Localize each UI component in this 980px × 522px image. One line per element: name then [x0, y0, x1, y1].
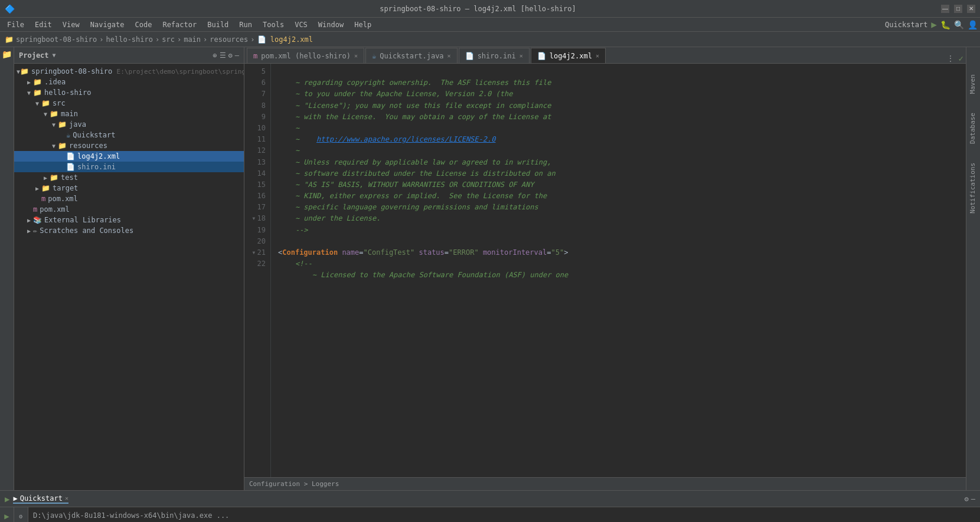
tree-pom-hello[interactable]: m pom.xml — [14, 193, 244, 204]
window-title: springboot-08-shiro – log4j2.xml [hello-… — [380, 5, 576, 13]
code-comment-15: ~ KIND, either express or implied. See t… — [278, 192, 547, 200]
breadcrumb-part-3[interactable]: main — [184, 35, 201, 44]
fold-arrow-21[interactable]: ▾ — [251, 247, 256, 258]
tree-label-pom-root: pom.xml — [40, 205, 70, 214]
locate-icon[interactable]: ⊕ — [213, 51, 217, 60]
tree-external-libs[interactable]: ▶ 📚 External Libraries — [14, 215, 244, 225]
menu-bar: File Edit View Navigate Code Refactor Bu… — [0, 18, 980, 32]
tab-close-quickstart[interactable]: ✕ — [447, 52, 451, 59]
menu-help[interactable]: Help — [349, 19, 376, 30]
menu-window[interactable]: Window — [313, 19, 348, 30]
code-comment-5: ~ regarding copyright ownership. The ASF… — [278, 78, 551, 87]
tree-arrow-main: ▼ — [41, 111, 50, 117]
settings-icon[interactable]: ⚙ — [228, 51, 233, 60]
database-tab[interactable]: Database — [966, 109, 980, 147]
debug-button[interactable]: 🐛 — [940, 20, 950, 29]
project-view-icon[interactable]: 📁 — [1, 50, 13, 61]
menu-run[interactable]: Run — [234, 19, 257, 30]
dropdown-arrow-icon[interactable]: ▼ — [53, 52, 56, 58]
menu-vcs[interactable]: VCS — [290, 19, 312, 30]
project-tree: ▼ 📁 springboot-08-shiro E:\project\demo\… — [14, 64, 244, 490]
tree-test[interactable]: ▶ 📁 test — [14, 172, 244, 183]
search-button[interactable]: 🔍 — [954, 20, 964, 29]
tab-shiro[interactable]: 📄 shiro.ini ✕ — [459, 48, 530, 63]
run-tab-quickstart[interactable]: ▶ Quickstart ✕ — [13, 494, 68, 504]
menu-navigate[interactable]: Navigate — [86, 19, 129, 30]
tab-close-shiro[interactable]: ✕ — [520, 52, 523, 59]
tab-close-pom[interactable]: ✕ — [354, 52, 358, 59]
breadcrumb-part-1[interactable]: hello-shiro — [106, 35, 153, 44]
code-editor[interactable]: 5 6 7 8 9 10 11 12 13 14 15 16 17 ▾18 19… — [244, 64, 966, 477]
tree-main[interactable]: ▼ 📁 main — [14, 109, 244, 119]
run-button[interactable]: ▶ — [931, 19, 937, 30]
tab-pom[interactable]: m pom.xml (hello-shiro) ✕ — [247, 48, 364, 63]
menu-view[interactable]: View — [58, 19, 84, 30]
notifications-tab[interactable]: Notifications — [966, 159, 980, 217]
menu-code[interactable]: Code — [130, 19, 157, 30]
tree-src[interactable]: ▼ 📁 src — [14, 98, 244, 109]
license-link[interactable]: http://www.apache.org/licenses/LICENSE-2… — [316, 135, 495, 143]
code-comment-12: ~ Unless required by applicable law or a… — [278, 158, 551, 166]
tree-scratches[interactable]: ▶ ✏ Scratches and Consoles — [14, 225, 244, 236]
tree-shiro-ini[interactable]: 📄 shiro.ini — [14, 162, 244, 172]
maven-tab[interactable]: Maven — [966, 71, 980, 97]
breadcrumb-part-2[interactable]: src — [162, 35, 175, 44]
tab-quickstart[interactable]: ☕ Quickstart.java ✕ — [365, 48, 458, 63]
ini-tab-icon: 📄 — [465, 52, 474, 60]
tree-hello-shiro[interactable]: ▼ 📁 hello-shiro — [14, 87, 244, 98]
folder-icon-src: 📁 — [41, 99, 50, 107]
code-comment-11: ~ — [278, 146, 299, 155]
run-settings-icon[interactable]: ⚙ — [965, 495, 969, 503]
left-sidebar-icons: 📁 — [0, 47, 14, 490]
run-tab-label: Quickstart — [20, 494, 63, 503]
tree-root[interactable]: ▼ 📁 springboot-08-shiro E:\project\demo\… — [14, 66, 244, 77]
minimize-button[interactable]: — — [941, 5, 949, 13]
code-comment-18: --> — [278, 226, 308, 234]
breadcrumb-part-0[interactable]: springboot-08-shiro — [16, 35, 97, 44]
collapse-icon[interactable]: ☰ — [220, 51, 226, 60]
breadcrumb-sep-2: › — [177, 35, 181, 44]
tree-idea[interactable]: ▶ 📁 .idea — [14, 77, 244, 87]
menu-build[interactable]: Build — [202, 19, 233, 30]
run-tab-icon: ▶ — [13, 494, 17, 503]
tree-java[interactable]: ▼ 📁 java — [14, 119, 244, 130]
project-panel: Project ▼ ⊕ ☰ ⚙ — ▼ 📁 springboot-08-shir… — [14, 47, 244, 490]
library-icon: 📚 — [33, 216, 42, 224]
menu-refactor[interactable]: Refactor — [158, 19, 201, 30]
run-extra-bar: ⚙ ↓ — [14, 507, 28, 522]
tree-resources[interactable]: ▼ 📁 resources — [14, 140, 244, 151]
bookmarks-bar: ▶ ⬆ ↻ ≡ ⊙ ↑ 🖨 🗑 — [0, 507, 14, 522]
menu-tools[interactable]: Tools — [258, 19, 289, 30]
breadcrumb-part-4[interactable]: resources — [210, 35, 248, 44]
code-content[interactable]: ~ regarding copyright ownership. The ASF… — [271, 64, 966, 477]
xml-tab-icon: 📄 — [537, 52, 546, 60]
line-num-11: 11 — [244, 134, 266, 145]
java-tab-icon: ☕ — [372, 52, 376, 60]
menu-file[interactable]: File — [2, 19, 29, 30]
fold-arrow-18[interactable]: ▾ — [251, 213, 256, 224]
tree-arrow-ext-libs: ▶ — [25, 217, 33, 224]
tree-label-log4j2: log4j2.xml — [77, 152, 120, 160]
tree-quickstart[interactable]: ☕ Quickstart — [14, 130, 244, 140]
menu-edit[interactable]: Edit — [30, 19, 57, 30]
run-extra-btn1[interactable]: ⚙ — [15, 510, 28, 522]
editor-area: m pom.xml (hello-shiro) ✕ ☕ Quickstart.j… — [244, 47, 966, 490]
close-button[interactable]: ✕ — [967, 5, 975, 13]
folder-icon-root: 📁 — [20, 67, 29, 75]
run-minimize-icon[interactable]: — — [971, 495, 975, 503]
run-tab-close[interactable]: ✕ — [65, 495, 68, 501]
editor-options-icon[interactable]: ⋮ — [947, 54, 954, 63]
tree-label-hello-shiro: hello-shiro — [44, 88, 91, 97]
breadcrumb-part-5: 📄 log4j2.xml — [257, 35, 313, 44]
tree-log4j2[interactable]: 📄 log4j2.xml — [14, 151, 244, 162]
tree-pom-root[interactable]: m pom.xml — [14, 204, 244, 215]
run-play-btn[interactable]: ▶ — [1, 510, 14, 522]
maximize-button[interactable]: □ — [954, 5, 962, 13]
tab-close-log4j2[interactable]: ✕ — [596, 52, 599, 59]
line-num-15: 15 — [244, 179, 266, 191]
tree-label-external-libs: External Libraries — [44, 216, 121, 224]
code-comment-10: ~ http://www.apache.org/licenses/LICENSE… — [278, 135, 495, 143]
tab-log4j2[interactable]: 📄 log4j2.xml ✕ — [531, 48, 606, 63]
close-panel-icon[interactable]: — — [235, 51, 239, 60]
tree-target[interactable]: ▶ 📁 target — [14, 183, 244, 193]
